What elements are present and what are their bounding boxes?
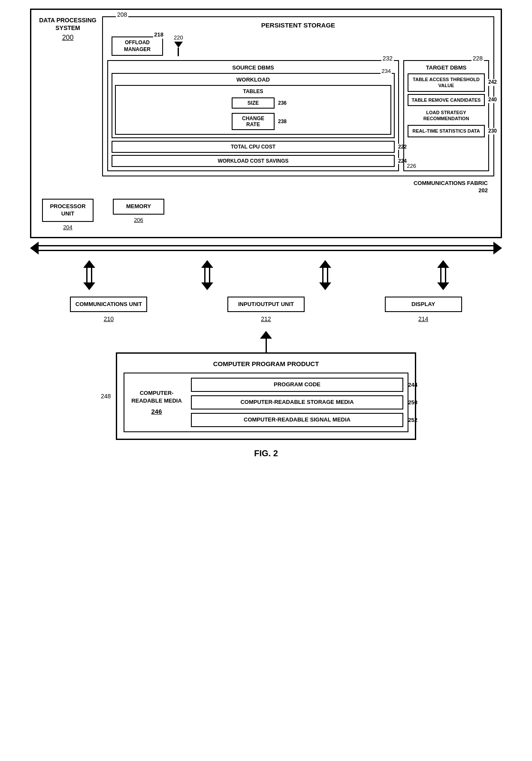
cr-storage-media-box: COMPUTER-READABLE STORAGE MEDIA 250 <box>191 395 403 409</box>
table-access-threshold-box: TABLE ACCESS THRESHOLD VALUE 242 <box>408 73 485 92</box>
display-label: DISPLAY <box>411 301 435 307</box>
processor-unit-area: PROCESSOR UNIT 204 <box>38 199 98 230</box>
tat-label: TABLE ACCESS THRESHOLD VALUE <box>413 77 480 88</box>
comms-unit-area: COMMUNICATIONS UNIT 210 <box>70 297 147 323</box>
comms-fabric-area: COMMUNICATIONS FABRIC 202 <box>102 180 494 194</box>
table-remove-candidates-box: TABLE REMOVE CANDIDATES 240 <box>408 94 485 106</box>
cpp-inner: COMPUTER-READABLE MEDIA 246 PROGRAM CODE… <box>124 373 408 432</box>
workload-num: 234 <box>381 68 392 74</box>
tat-num: 242 <box>488 79 497 86</box>
crsm-label: COMPUTER-READABLE STORAGE MEDIA <box>240 399 354 405</box>
processor-label: PROCESSOR UNIT <box>50 203 85 217</box>
offload-manager-box: 218 OFFLOAD MANAGER <box>112 36 163 56</box>
change-rate-num: 238 <box>278 118 287 124</box>
ps-top: 218 OFFLOAD MANAGER 220 <box>107 32 489 58</box>
target-dbms-box: 228 TARGET DBMS TABLE ACCESS THRESHOLD V… <box>403 60 489 171</box>
change-rate-box: CHANGE RATE 238 <box>232 113 275 130</box>
ps-inner: 232 SOURCE DBMS 234 WORKLOAD TABLES <box>107 60 489 171</box>
left-arrow-head <box>30 242 39 255</box>
cost-row: TOTAL CPU COST 222 WORKLOAD COST SAVINGS… <box>112 141 395 167</box>
trc-label: TABLE REMOVE CANDIDATES <box>412 97 481 103</box>
rts-num: 230 <box>488 128 497 135</box>
rts-label: REAL-TIME STATISTICS DATA <box>412 128 480 133</box>
pc-label: PROGRAM CODE <box>274 381 320 388</box>
v-arrow-ps <box>319 260 331 290</box>
cpp-outside-num: 248 <box>101 393 111 400</box>
workload-cost-savings-box: WORKLOAD COST SAVINGS 224 <box>112 155 395 167</box>
io-unit-num: 212 <box>261 315 271 322</box>
realtime-stats-box: REAL-TIME STATISTICS DATA 230 <box>408 125 485 137</box>
memory-num: 206 <box>134 217 143 223</box>
up-head-1 <box>83 260 95 268</box>
display-area: DISPLAY 214 <box>385 297 462 323</box>
v-body-2 <box>204 268 210 282</box>
v-arrow-memory <box>201 260 213 290</box>
diagram-container: DATA PROCESSING SYSTEM 200 208 PERSISTEN… <box>17 9 515 458</box>
pc-num: 244 <box>408 381 417 388</box>
cpp-connector <box>260 331 272 352</box>
bottom-units-row: COMMUNICATIONS UNIT 210 INPUT/OUTPUT UNI… <box>30 292 502 323</box>
display-box: DISPLAY <box>385 297 462 312</box>
total-cpu-cost-box: TOTAL CPU COST 222 <box>112 141 395 153</box>
vertical-arrows-row <box>30 258 502 292</box>
comms-unit-box: COMMUNICATIONS UNIT <box>70 297 147 312</box>
comms-fabric-num: 202 <box>478 187 488 194</box>
cpp-box: COMPUTER PROGRAM PRODUCT COMPUTER-READAB… <box>116 352 416 440</box>
target-dbms-num: 228 <box>472 55 484 62</box>
cpp-right: PROGRAM CODE 244 COMPUTER-READABLE STORA… <box>191 378 403 427</box>
v-body-3 <box>322 268 328 282</box>
cpp-up-arrow <box>260 331 272 352</box>
display-num: 214 <box>418 315 428 322</box>
comms-fabric-label: COMMUNICATIONS FABRIC 202 <box>414 180 488 194</box>
offload-label: OFFLOAD MANAGER <box>124 39 151 52</box>
total-cpu-label: TOTAL CPU COST <box>231 144 275 150</box>
memory-area: MEMORY 206 <box>102 199 175 223</box>
up-head-3 <box>319 260 331 268</box>
comms-fabric-text: COMMUNICATIONS FABRIC <box>414 180 488 186</box>
up-head-4 <box>437 260 449 268</box>
ps-title: PERSISTENT STORAGE <box>107 21 489 29</box>
comms-unit-num: 210 <box>104 315 114 322</box>
memory-box: MEMORY <box>113 199 164 215</box>
processor-unit-box: PROCESSOR UNIT <box>42 199 94 222</box>
io-unit-area: INPUT/OUTPUT UNIT 212 <box>227 297 305 323</box>
cpp-arrow-head <box>260 331 272 339</box>
dps-label: DATA PROCESSING SYSTEM <box>38 16 98 32</box>
source-dbms-num: 232 <box>381 55 394 62</box>
dps-number: 200 <box>62 34 74 42</box>
down-head-3 <box>319 282 331 290</box>
arrow220-body <box>178 48 179 56</box>
h-arrow-body <box>39 245 493 251</box>
source-dbms-title: SOURCE DBMS <box>112 64 395 71</box>
change-rate-label: CHANGE RATE <box>242 115 264 127</box>
cpp-wrapper: 248 COMPUTER PROGRAM PRODUCT COMPUTER-RE… <box>116 352 416 440</box>
program-code-box: PROGRAM CODE 244 <box>191 378 403 392</box>
crsm-num: 250 <box>408 399 417 406</box>
target-dbms-title: TARGET DBMS <box>408 64 485 71</box>
io-unit-box: INPUT/OUTPUT UNIT <box>227 297 305 312</box>
cr-signal-media-box: COMPUTER-READABLE SIGNAL MEDIA 252 <box>191 413 403 427</box>
ls-label: LOAD STRATEGY RECOMMENDATION <box>423 110 469 121</box>
arrow220-head <box>174 42 183 48</box>
workload-title: WORKLOAD <box>115 76 391 83</box>
crm-num: 246 <box>151 407 162 416</box>
v-arrow-target <box>437 260 449 290</box>
cpp-title: COMPUTER PROGRAM PRODUCT <box>124 360 408 367</box>
tables-box: TABLES SIZE 236 <box>115 85 391 135</box>
v-body-1 <box>86 268 92 282</box>
trc-num: 240 <box>488 97 497 103</box>
data-processing-system-label: DATA PROCESSING SYSTEM 200 <box>38 16 98 194</box>
offload-num: 218 <box>153 31 164 39</box>
load-strategy-box: LOAD STRATEGY RECOMMENDATION <box>408 108 485 123</box>
down-head-2 <box>201 282 213 290</box>
ps-number: 208 <box>116 11 128 18</box>
crsigm-label: COMPUTER-READABLE SIGNAL MEDIA <box>244 416 351 423</box>
comms-unit-label: COMMUNICATIONS UNIT <box>76 301 142 307</box>
fig-label: FIG. 2 <box>254 449 278 458</box>
down-head-4 <box>437 282 449 290</box>
persistent-storage-box: 208 PERSISTENT STORAGE 218 OFFLOAD MANAG… <box>102 16 494 176</box>
tables-title: TABLES <box>118 88 388 94</box>
size-box: SIZE 236 <box>232 97 275 109</box>
size-num: 236 <box>278 100 287 106</box>
arrow220-label: 220 <box>174 34 183 41</box>
